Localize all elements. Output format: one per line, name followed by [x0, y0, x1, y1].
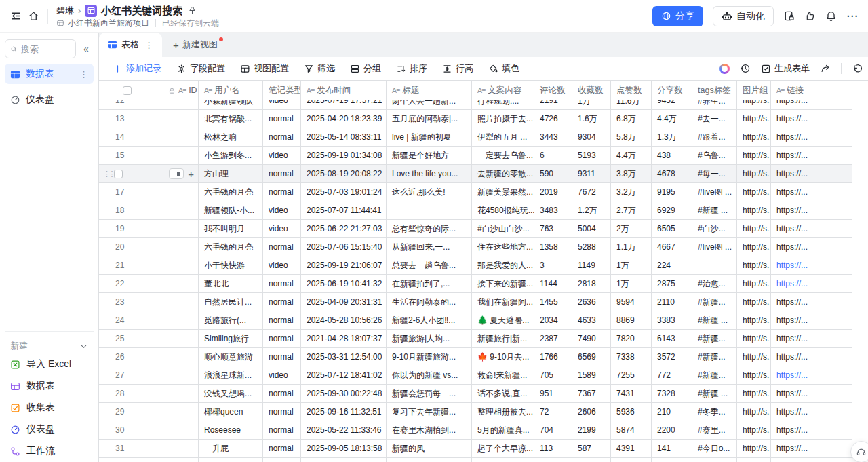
cell-image-group[interactable]: http://s...	[737, 238, 771, 256]
cell-id[interactable]	[163, 293, 199, 311]
cell-collects-count[interactable]: 2606	[572, 403, 611, 421]
cell-tags[interactable]: #新疆...	[692, 366, 737, 385]
cell-note-type[interactable]: normal	[263, 421, 301, 440]
table-row[interactable]: 30Roseeseenormal2025-05-22 11:33:46在赛里木湖…	[99, 421, 868, 440]
sidebar-item-new-form[interactable]: 收集表	[5, 397, 94, 419]
cell-title[interactable]: 9-10月新疆旅游...	[387, 348, 472, 366]
cell-title[interactable]: 在新疆拍到了,...	[387, 275, 472, 293]
pin-icon[interactable]	[188, 6, 197, 15]
like-icon[interactable]	[804, 10, 816, 22]
cell-username[interactable]: 顺心顺意旅游	[199, 348, 263, 366]
cell-collects-count[interactable]: 2636	[572, 293, 611, 311]
cell-shares-count[interactable]: 1.3万	[652, 128, 692, 147]
history-icon[interactable]	[740, 63, 751, 74]
automation-button[interactable]: 自动化	[713, 6, 774, 26]
cell-publish-time[interactable]: 2025-09-16 11:32:51	[301, 403, 387, 421]
cell-shares-count[interactable]: 2875	[652, 275, 692, 293]
cell-link[interactable]: https://...	[771, 100, 852, 110]
cell-content[interactable]: 伊犁的五月 ...	[472, 128, 534, 147]
table-row[interactable]	[99, 458, 868, 462]
column-header-type[interactable]: 笔记类型	[263, 81, 301, 100]
cell-note-type[interactable]: normal	[263, 293, 301, 311]
cell-content[interactable]: 我们在新疆阿...	[472, 293, 534, 311]
cell-publish-time[interactable]: 2025-04-09 20:31:31	[301, 293, 387, 311]
sidebar-item-import-excel[interactable]: 导入 Excel	[5, 353, 94, 375]
cell-publish-time[interactable]: 2025-07-07 11:44:41	[301, 201, 387, 220]
cell-comments-count[interactable]: 705	[534, 366, 572, 385]
cell-id[interactable]	[163, 403, 199, 421]
cell-publish-time[interactable]: 2025-06-19 10:41:32	[301, 275, 387, 293]
cell-username[interactable]: 觅路旅行(...	[199, 311, 263, 330]
table-row[interactable]: 13北冥有锅酸...normal2025-04-20 18:23:39五月底的阿…	[99, 110, 868, 128]
cell-content[interactable]: 🌲 夏天避暑...	[472, 311, 534, 330]
cell-title[interactable]: 你以为的新疆 vs...	[387, 366, 472, 385]
cell-username[interactable]: 一升屁	[199, 440, 263, 458]
cell-publish-time[interactable]: 2025-05-22 11:33:46	[301, 421, 387, 440]
cell-collects-count[interactable]: 2199	[572, 421, 611, 440]
cell-shares-count[interactable]: 772	[652, 366, 692, 385]
drag-handle-icon[interactable]: ⋮⋮	[103, 170, 111, 178]
expand-record-button[interactable]	[169, 168, 184, 179]
table-row[interactable]: 26顺心顺意旅游normal2025-03-31 12:54:009-10月新疆…	[99, 348, 868, 366]
cell-likes-count[interactable]: 8869	[611, 311, 652, 330]
cell-title[interactable]: Love the life you...	[387, 165, 472, 183]
cell-shares-count[interactable]: 3572	[652, 348, 692, 366]
column-header-content[interactable]: A≡文案内容	[472, 81, 534, 100]
cell-collects-count[interactable]: 7672	[572, 183, 611, 201]
generate-form-button[interactable]: 生成表单	[761, 62, 810, 75]
cell-username[interactable]: 六毛钱的月亮	[199, 183, 263, 201]
cell-title[interactable]: 复习下去年新疆...	[387, 403, 472, 421]
cell-image-group[interactable]: http://s...	[737, 348, 771, 366]
cell-note-type[interactable]: normal	[263, 238, 301, 256]
cell-tags[interactable]	[692, 458, 737, 462]
cell-link[interactable]: https://...	[771, 330, 852, 348]
cell-collects-count[interactable]: 1149	[572, 256, 611, 275]
cell-likes-count[interactable]: 3.8万	[611, 165, 652, 183]
ai-assistant-icon[interactable]	[719, 64, 730, 74]
cell-publish-time[interactable]: 2025-09-19 21:06:07	[301, 256, 387, 275]
cell-shares-count[interactable]	[652, 458, 692, 462]
cell-link[interactable]: https://...	[771, 201, 852, 220]
cell-comments-count[interactable]: 72	[534, 403, 572, 421]
cell-username[interactable]: 松林之响	[199, 128, 263, 147]
cell-likes-count[interactable]: 1万	[611, 275, 652, 293]
cell-collects-count[interactable]: 5193	[572, 147, 611, 165]
cell-tags[interactable]: #新疆 ...	[692, 311, 737, 330]
cell-id[interactable]	[163, 330, 199, 348]
cell-image-group[interactable]: http://s...	[737, 421, 771, 440]
cell-link[interactable]	[771, 458, 852, 462]
cell-collects-count[interactable]: 4633	[572, 311, 611, 330]
cell-likes-count[interactable]: 7431	[611, 385, 652, 403]
cell-id[interactable]	[163, 440, 199, 458]
collapse-sidebar-icon[interactable]: «	[79, 43, 94, 54]
cell-username[interactable]: 自然居民计...	[199, 293, 263, 311]
cell-likes-count[interactable]: 4391	[611, 440, 652, 458]
cell-comments-count[interactable]: 1455	[534, 293, 572, 311]
cell-shares-count[interactable]: 7328	[652, 385, 692, 403]
filter-button[interactable]: 筛选	[304, 62, 335, 75]
cell-image-group[interactable]: http://s...	[737, 201, 771, 220]
cell-title[interactable]: 新疆旅游|人均...	[387, 330, 472, 348]
cell-shares-count[interactable]: 438	[652, 147, 692, 165]
cell-title[interactable]: 总要去一趟乌鲁...	[387, 256, 472, 275]
cell-comments-count[interactable]: 1766	[534, 348, 572, 366]
cell-comments-count[interactable]: 2191	[534, 100, 572, 110]
cell-publish-time[interactable]: 2021-04-28 18:07:37	[301, 330, 387, 348]
home-icon[interactable]	[24, 7, 42, 25]
cell-tags[interactable]: #新疆...	[692, 348, 737, 366]
cell-collects-count[interactable]: 587	[572, 440, 611, 458]
cell-link[interactable]: https://...	[771, 275, 852, 293]
cell-publish-time[interactable]: 2025-09-19 01:34:08	[301, 147, 387, 165]
cell-likes-count[interactable]: 5.8万	[611, 128, 652, 147]
cell-publish-time[interactable]: 2025-07-19 17:57:21	[301, 100, 387, 110]
cell-content[interactable]	[472, 458, 534, 462]
cell-id[interactable]	[163, 275, 199, 293]
column-header-images[interactable]: 图片组	[737, 81, 771, 100]
cell-id[interactable]	[163, 100, 199, 110]
cell-link[interactable]: https://...	[771, 403, 852, 421]
cell-link[interactable]: https://...	[771, 256, 852, 275]
column-header-collects[interactable]: 收藏数	[572, 81, 611, 100]
cell-comments-count[interactable]: 763	[534, 220, 572, 238]
cell-username[interactable]: Roseesee	[199, 421, 263, 440]
cell-title[interactable]: 新疆是个好地方	[387, 147, 472, 165]
